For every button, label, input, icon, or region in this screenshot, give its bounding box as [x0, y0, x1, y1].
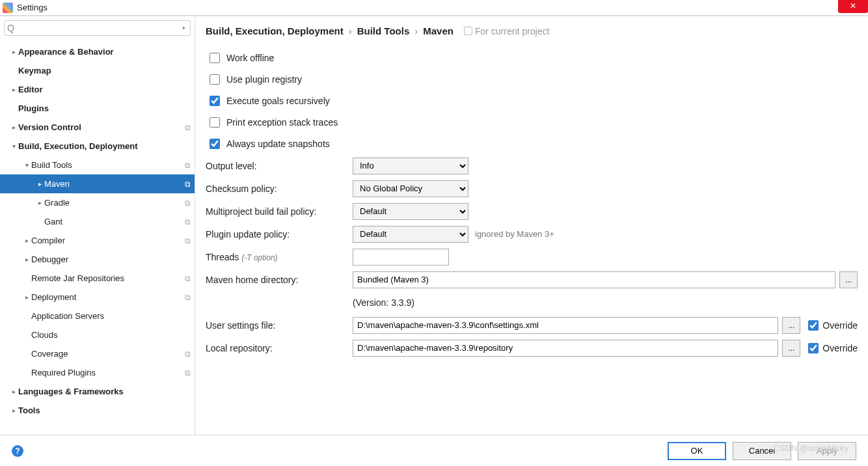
tree-arrow-icon: [22, 161, 31, 169]
scope-hint-label: For current project: [475, 26, 549, 36]
scope-hint: For current project: [464, 26, 549, 36]
tree-item-label: Deployment: [31, 292, 185, 302]
tree-arrow-icon: [35, 199, 44, 206]
override-label: Override: [822, 320, 858, 331]
output-level-label: Output level:: [206, 161, 353, 171]
footer: ? OK Cancel Apply: [0, 435, 868, 466]
print-exception-checkbox[interactable]: [210, 117, 220, 128]
tree-arrow-icon: [22, 237, 31, 244]
tree-arrow-icon: [9, 124, 18, 131]
apply-button[interactable]: Apply: [798, 442, 856, 460]
tree-item-label: Build Tools: [31, 160, 185, 170]
main-panel: Build, Execution, Deployment › Build Too…: [195, 16, 868, 435]
app-icon: [3, 3, 13, 13]
ok-button[interactable]: OK: [668, 442, 726, 460]
breadcrumb-sep: ›: [412, 25, 420, 36]
execute-recursively-checkbox[interactable]: [210, 96, 220, 106]
tree-item-gant[interactable]: Gant⧉: [0, 212, 195, 231]
scope-badge-icon: ⧉: [185, 274, 191, 283]
tree-item-coverage[interactable]: Coverage⧉: [0, 344, 195, 363]
always-update-label: Always update snapshots: [226, 139, 330, 149]
breadcrumb-sep: ›: [346, 25, 355, 36]
work-offline-checkbox[interactable]: [210, 53, 220, 63]
tree-item-label: Debugger: [31, 254, 191, 264]
close-button[interactable]: ✕: [838, 0, 868, 13]
tree-item-gradle[interactable]: Gradle⧉: [0, 193, 195, 212]
tree-item-label: Clouds: [31, 330, 191, 340]
tree-item-maven[interactable]: Maven⧉: [0, 174, 195, 193]
scope-badge-icon: ⧉: [185, 236, 191, 245]
maven-home-input[interactable]: [353, 271, 835, 288]
user-settings-input[interactable]: [353, 317, 778, 334]
tree-item-required-plugins[interactable]: Required Plugins⧉: [0, 363, 195, 382]
output-level-select[interactable]: Info: [353, 158, 468, 174]
override-label: Override: [822, 343, 858, 353]
settings-tree: Appearance & BehaviorKeymapEditorPlugins…: [0, 38, 195, 435]
tree-arrow-icon: [22, 256, 31, 263]
tree-item-label: Languages & Frameworks: [18, 387, 191, 396]
tree-item-version-control[interactable]: Version Control⧉: [0, 118, 195, 137]
tree-item-label: Application Servers: [31, 311, 191, 321]
tree-item-label: Remote Jar Repositories: [31, 273, 185, 283]
search-input[interactable]: [17, 23, 180, 33]
tree-item-plugins[interactable]: Plugins: [0, 99, 195, 118]
use-plugin-registry-label: Use plugin registry: [226, 74, 302, 85]
user-settings-label: User settings file:: [206, 320, 353, 331]
help-button[interactable]: ?: [12, 445, 23, 457]
tree-item-deployment[interactable]: Deployment⧉: [0, 288, 195, 307]
tree-item-remote-jar-repositories[interactable]: Remote Jar Repositories⧉: [0, 269, 195, 288]
threads-input[interactable]: [353, 249, 449, 266]
tree-item-appearance-behavior[interactable]: Appearance & Behavior: [0, 42, 195, 61]
local-repo-override-checkbox[interactable]: [808, 343, 819, 353]
scope-badge-icon: ⧉: [185, 368, 191, 377]
tree-arrow-icon: [9, 388, 18, 395]
tree-item-label: Editor: [18, 85, 191, 94]
local-repo-browse-button[interactable]: ...: [782, 340, 800, 357]
tree-item-languages-frameworks[interactable]: Languages & Frameworks: [0, 382, 195, 401]
user-settings-browse-button[interactable]: ...: [782, 317, 800, 334]
tree-item-compiler[interactable]: Compiler⧉: [0, 231, 195, 250]
tree-arrow-icon: [9, 143, 18, 150]
tree-item-label: Appearance & Behavior: [18, 47, 191, 57]
scope-badge-icon: ⧉: [185, 199, 191, 208]
tree-item-label: Tools: [18, 405, 191, 415]
multiproject-select[interactable]: Default: [353, 203, 468, 220]
plugin-update-note: ignored by Maven 3+: [475, 229, 554, 239]
scope-badge-icon: ⧉: [185, 123, 191, 132]
tree-item-debugger[interactable]: Debugger: [0, 250, 195, 269]
tree-arrow-icon: [22, 294, 31, 301]
tree-item-label: Plugins: [18, 103, 191, 113]
maven-home-label: Maven home directory:: [206, 275, 353, 285]
tree-item-label: Maven: [44, 179, 185, 189]
cancel-button[interactable]: Cancel: [733, 442, 791, 460]
tree-item-label: Coverage: [31, 349, 185, 359]
checksum-select[interactable]: No Global Policy: [353, 180, 468, 197]
tree-item-label: Required Plugins: [31, 368, 185, 377]
tree-item-build-execution-deployment[interactable]: Build, Execution, Deployment: [0, 137, 195, 156]
plugin-update-select[interactable]: Default: [353, 226, 468, 243]
breadcrumb: Build, Execution, Deployment › Build Too…: [206, 25, 858, 36]
tree-item-clouds[interactable]: Clouds: [0, 325, 195, 344]
print-exception-label: Print exception stack traces: [226, 117, 338, 128]
maven-home-browse-button[interactable]: ...: [839, 271, 858, 288]
tree-item-tools[interactable]: Tools: [0, 401, 195, 420]
tree-item-editor[interactable]: Editor: [0, 80, 195, 99]
use-plugin-registry-checkbox[interactable]: [210, 74, 220, 85]
local-repo-input[interactable]: [353, 340, 778, 357]
scope-badge-icon: ⧉: [185, 350, 191, 359]
search-history-icon[interactable]: ▾: [180, 25, 187, 31]
user-settings-override-checkbox[interactable]: [808, 320, 819, 331]
tree-arrow-icon: [35, 180, 44, 187]
scope-badge-icon: ⧉: [185, 293, 191, 302]
checksum-label: Checksum policy:: [206, 184, 353, 194]
tree-item-label: Keymap: [18, 66, 191, 75]
tree-item-build-tools[interactable]: Build Tools⧉: [0, 156, 195, 174]
scope-badge-icon: ⧉: [185, 161, 191, 170]
tree-item-keymap[interactable]: Keymap: [0, 61, 195, 80]
tree-arrow-icon: [9, 48, 18, 55]
tree-item-application-servers[interactable]: Application Servers: [0, 307, 195, 325]
always-update-checkbox[interactable]: [210, 139, 220, 149]
local-repo-label: Local repository:: [206, 343, 353, 353]
search-box: Q ▾: [0, 16, 195, 38]
maven-version-label: (Version: 3.3.9): [353, 297, 414, 308]
